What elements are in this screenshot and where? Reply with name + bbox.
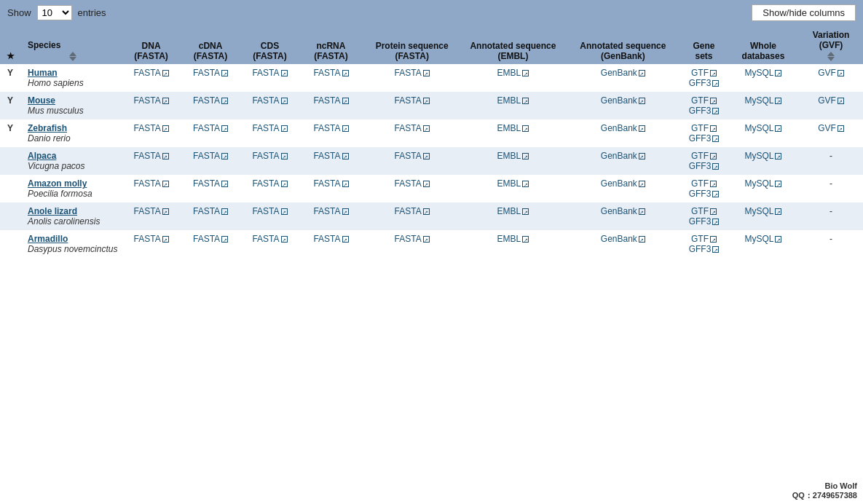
sort-variation[interactable] bbox=[803, 52, 859, 61]
data-link-mysql[interactable]: MySQL bbox=[744, 206, 781, 216]
data-link-fasta[interactable]: FASTA bbox=[395, 178, 430, 189]
data-link-fasta[interactable]: FASTA bbox=[134, 68, 169, 78]
species-name-link[interactable]: Amazon molly bbox=[28, 178, 87, 189]
data-link-genbank[interactable]: GenBank bbox=[601, 95, 645, 106]
data-link-gvf[interactable]: GVF bbox=[818, 123, 844, 133]
data-link-gff3[interactable]: GFF3 bbox=[689, 244, 720, 254]
data-link-fasta[interactable]: FASTA bbox=[313, 206, 348, 216]
data-link-gff3[interactable]: GFF3 bbox=[689, 189, 720, 199]
data-link-fasta[interactable]: FASTA bbox=[313, 123, 348, 133]
data-link-mysql[interactable]: MySQL bbox=[744, 95, 781, 106]
data-link-mysql[interactable]: MySQL bbox=[744, 234, 781, 244]
data-link-fasta[interactable]: FASTA bbox=[252, 123, 287, 133]
data-link-gtf[interactable]: GTF bbox=[691, 151, 717, 161]
data-link-embl[interactable]: EMBL bbox=[497, 178, 529, 189]
external-link-icon bbox=[522, 125, 529, 132]
data-link-fasta[interactable]: FASTA bbox=[395, 206, 430, 216]
species-name-link[interactable]: Anole lizard bbox=[28, 206, 77, 216]
protein-cell: FASTA bbox=[363, 230, 460, 258]
data-link-fasta[interactable]: FASTA bbox=[134, 178, 169, 189]
data-link-fasta[interactable]: FASTA bbox=[193, 123, 228, 133]
data-link-fasta[interactable]: FASTA bbox=[252, 234, 287, 244]
data-link-mysql[interactable]: MySQL bbox=[744, 151, 781, 161]
species-cell: Amazon molly Poecilia formosa bbox=[20, 175, 122, 202]
sort-species[interactable] bbox=[28, 52, 118, 61]
external-link-icon bbox=[775, 236, 781, 243]
genbank-cell: GenBank bbox=[566, 147, 681, 175]
data-link-fasta[interactable]: FASTA bbox=[313, 95, 348, 106]
data-link-fasta[interactable]: FASTA bbox=[252, 68, 287, 78]
data-link-gtf[interactable]: GTF bbox=[691, 206, 717, 216]
data-link-fasta[interactable]: FASTA bbox=[134, 151, 169, 161]
data-link-embl[interactable]: EMBL bbox=[497, 234, 529, 244]
data-link-fasta[interactable]: FASTA bbox=[252, 151, 287, 161]
data-link-fasta[interactable]: FASTA bbox=[395, 234, 430, 244]
data-link-fasta[interactable]: FASTA bbox=[313, 178, 348, 189]
data-link-gff3[interactable]: GFF3 bbox=[689, 161, 720, 171]
data-link-gtf[interactable]: GTF bbox=[691, 178, 717, 189]
data-link-fasta[interactable]: FASTA bbox=[193, 95, 228, 106]
data-link-mysql[interactable]: MySQL bbox=[744, 68, 781, 78]
data-link-genbank[interactable]: GenBank bbox=[601, 206, 645, 216]
data-link-fasta[interactable]: FASTA bbox=[193, 178, 228, 189]
data-link-gvf[interactable]: GVF bbox=[818, 68, 844, 78]
data-link-fasta[interactable]: FASTA bbox=[395, 68, 430, 78]
show-hide-columns-button[interactable]: Show/hide columns bbox=[752, 4, 856, 21]
data-link-genbank[interactable]: GenBank bbox=[601, 178, 645, 189]
data-link-genbank[interactable]: GenBank bbox=[601, 123, 645, 133]
data-link-fasta[interactable]: FASTA bbox=[193, 151, 228, 161]
embl-cell: EMBL bbox=[460, 119, 565, 147]
data-link-fasta[interactable]: FASTA bbox=[313, 234, 348, 244]
flag-cell bbox=[0, 147, 20, 175]
data-link-genbank[interactable]: GenBank bbox=[601, 68, 645, 78]
data-link-mysql[interactable]: MySQL bbox=[744, 178, 781, 189]
data-link-fasta[interactable]: FASTA bbox=[395, 95, 430, 106]
data-link-gtf[interactable]: GTF bbox=[691, 234, 717, 244]
data-link-gtf[interactable]: GTF bbox=[691, 123, 717, 133]
data-link-gff3[interactable]: GFF3 bbox=[689, 216, 720, 227]
species-latin: Mus musculus bbox=[28, 106, 118, 116]
data-link-embl[interactable]: EMBL bbox=[497, 206, 529, 216]
data-link-fasta[interactable]: FASTA bbox=[193, 234, 228, 244]
data-link-gtf[interactable]: GTF bbox=[691, 68, 717, 78]
ncrna-cell: FASTA bbox=[299, 119, 363, 147]
data-link-embl[interactable]: EMBL bbox=[497, 151, 529, 161]
external-link-icon bbox=[838, 98, 844, 104]
data-link-fasta[interactable]: FASTA bbox=[134, 123, 169, 133]
data-link-fasta[interactable]: FASTA bbox=[252, 206, 287, 216]
data-link-embl[interactable]: EMBL bbox=[497, 95, 529, 106]
species-name-link[interactable]: Zebrafish bbox=[28, 123, 67, 133]
data-link-fasta[interactable]: FASTA bbox=[134, 206, 169, 216]
data-link-fasta[interactable]: FASTA bbox=[193, 206, 228, 216]
external-link-icon bbox=[712, 80, 719, 87]
data-link-fasta[interactable]: FASTA bbox=[395, 151, 430, 161]
table-row: Amazon molly Poecilia formosa FASTA FAST… bbox=[0, 175, 863, 202]
data-link-embl[interactable]: EMBL bbox=[497, 123, 529, 133]
data-link-fasta[interactable]: FASTA bbox=[395, 123, 430, 133]
data-link-fasta[interactable]: FASTA bbox=[313, 68, 348, 78]
data-link-gtf[interactable]: GTF bbox=[691, 95, 717, 106]
data-link-fasta[interactable]: FASTA bbox=[252, 178, 287, 189]
species-name-link[interactable]: Armadillo bbox=[28, 234, 68, 244]
data-link-mysql[interactable]: MySQL bbox=[744, 123, 781, 133]
species-name-link[interactable]: Alpaca bbox=[28, 151, 56, 161]
data-link-embl[interactable]: EMBL bbox=[497, 68, 529, 78]
data-link-gff3[interactable]: GFF3 bbox=[689, 106, 720, 116]
external-link-icon bbox=[162, 181, 169, 187]
data-link-gff3[interactable]: GFF3 bbox=[689, 133, 720, 143]
data-link-genbank[interactable]: GenBank bbox=[601, 234, 645, 244]
external-link-icon bbox=[522, 153, 529, 160]
data-link-genbank[interactable]: GenBank bbox=[601, 151, 645, 161]
gene-set-item: GFF3 bbox=[685, 244, 723, 254]
data-link-gvf[interactable]: GVF bbox=[818, 95, 844, 106]
data-link-fasta[interactable]: FASTA bbox=[134, 234, 169, 244]
data-link-fasta[interactable]: FASTA bbox=[252, 95, 287, 106]
external-link-icon bbox=[423, 208, 430, 215]
species-name-link[interactable]: Mouse bbox=[28, 95, 55, 106]
data-link-fasta[interactable]: FASTA bbox=[134, 95, 169, 106]
species-name-link[interactable]: Human bbox=[28, 68, 58, 78]
data-link-gff3[interactable]: GFF3 bbox=[689, 78, 720, 88]
data-link-fasta[interactable]: FASTA bbox=[193, 68, 228, 78]
entries-select[interactable]: 10 25 50 100 bbox=[37, 5, 72, 20]
data-link-fasta[interactable]: FASTA bbox=[313, 151, 348, 161]
